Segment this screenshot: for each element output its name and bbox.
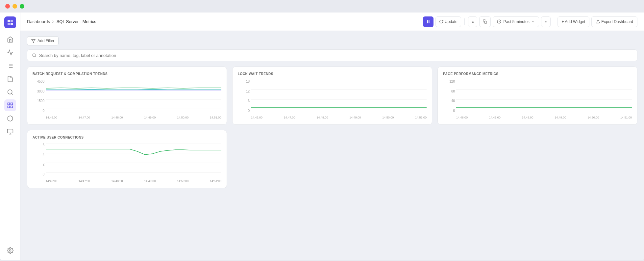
page-chart-card: PAGE PERFORMANCE METRICS 120 80 40 0 bbox=[437, 66, 637, 125]
breadcrumb-separator: > bbox=[52, 19, 55, 24]
close-button[interactable] bbox=[5, 4, 10, 9]
sidebar-item-document[interactable] bbox=[4, 73, 16, 85]
connections-x-axis: 14:46:00 14:47:00 14:48:00 14:49:00 14:5… bbox=[46, 179, 221, 183]
skip-forward-button[interactable]: » bbox=[541, 16, 551, 27]
add-filter-label: Add Filter bbox=[37, 39, 54, 43]
sidebar bbox=[0, 13, 20, 260]
breadcrumb: Dashboards > SQL Server - Metrics bbox=[27, 19, 420, 24]
lock-chart-card: LOCK WAIT TRENDS 18 12 6 0 bbox=[232, 66, 432, 125]
sidebar-item-home[interactable] bbox=[4, 34, 16, 45]
divider-2 bbox=[554, 18, 554, 25]
breadcrumb-current: SQL Server - Metrics bbox=[57, 19, 96, 24]
lock-chart-inner bbox=[251, 80, 427, 113]
page-chart-title: PAGE PERFORMANCE METRICS bbox=[443, 72, 632, 76]
update-button[interactable]: Update bbox=[435, 16, 461, 27]
batch-chart-title: BATCH REQUEST & COMPILATION TRENDS bbox=[33, 72, 221, 76]
add-widget-button[interactable]: + Add Widget bbox=[557, 16, 590, 27]
copy-button[interactable] bbox=[479, 16, 491, 27]
pause-button[interactable] bbox=[423, 16, 433, 27]
search-input[interactable] bbox=[39, 53, 632, 58]
time-label: Past 5 minutes bbox=[503, 19, 529, 24]
connections-chart-area: 6 4 2 0 bbox=[33, 143, 221, 183]
search-bar bbox=[27, 49, 637, 61]
page-chart-svg bbox=[456, 80, 632, 109]
charts-top-row: BATCH REQUEST & COMPILATION TRENDS 4500 … bbox=[27, 66, 637, 125]
svg-rect-20 bbox=[427, 20, 428, 23]
main-content: Dashboards > SQL Server - Metrics Update… bbox=[20, 13, 644, 260]
filter-bar: Add Filter bbox=[27, 36, 637, 45]
add-filter-button[interactable]: Add Filter bbox=[27, 36, 59, 45]
app-window: Dashboards > SQL Server - Metrics Update… bbox=[0, 0, 644, 261]
connections-chart-svg bbox=[46, 143, 221, 173]
topbar-actions: Update « Past 5 minutes » bbox=[423, 16, 637, 27]
svg-rect-16 bbox=[7, 129, 13, 133]
sidebar-item-monitor[interactable] bbox=[4, 126, 16, 138]
sidebar-item-list[interactable] bbox=[4, 60, 16, 72]
svg-rect-1 bbox=[11, 20, 13, 22]
batch-chart-svg bbox=[46, 80, 221, 109]
svg-point-10 bbox=[8, 90, 12, 94]
svg-rect-21 bbox=[429, 20, 429, 23]
connections-y-axis: 6 4 2 0 bbox=[33, 143, 44, 176]
connections-chart-title: ACTIVE USER CONNECTIONS bbox=[33, 136, 221, 139]
svg-point-26 bbox=[33, 54, 36, 57]
content-area: Add Filter BATCH REQUEST & COMPILATION T… bbox=[20, 31, 644, 260]
lock-chart-svg bbox=[251, 80, 427, 109]
lock-y-axis: 18 12 6 0 bbox=[238, 80, 250, 113]
svg-rect-22 bbox=[484, 21, 487, 23]
connections-chart-inner bbox=[46, 143, 221, 176]
charts-bottom-row: ACTIVE USER CONNECTIONS 6 4 2 0 bbox=[27, 130, 637, 188]
svg-marker-25 bbox=[32, 39, 35, 42]
app-body: Dashboards > SQL Server - Metrics Update… bbox=[0, 13, 644, 260]
update-label: Update bbox=[445, 19, 458, 24]
batch-chart-area: 4500 3000 1500 0 bbox=[33, 80, 221, 119]
connections-chart-card: ACTIVE USER CONNECTIONS 6 4 2 0 bbox=[27, 130, 227, 188]
topbar: Dashboards > SQL Server - Metrics Update… bbox=[20, 13, 644, 31]
svg-rect-15 bbox=[8, 106, 10, 108]
sidebar-item-analytics[interactable] bbox=[4, 47, 16, 59]
batch-x-axis: 14:46:00 14:47:00 14:48:00 14:49:00 14:5… bbox=[46, 116, 221, 119]
time-range-button[interactable]: Past 5 minutes bbox=[493, 16, 539, 27]
page-chart-inner bbox=[456, 80, 632, 113]
svg-rect-14 bbox=[11, 106, 12, 108]
batch-chart-inner bbox=[46, 80, 221, 113]
lock-chart-area: 18 12 6 0 bbox=[238, 80, 427, 119]
maximize-button[interactable] bbox=[20, 4, 24, 9]
sidebar-item-search[interactable] bbox=[4, 86, 16, 98]
search-icon bbox=[32, 53, 37, 58]
svg-line-27 bbox=[35, 56, 36, 57]
add-widget-label: + Add Widget bbox=[562, 19, 585, 24]
export-label: Export Dashboard bbox=[601, 19, 633, 24]
svg-rect-13 bbox=[11, 103, 12, 105]
titlebar bbox=[0, 0, 644, 13]
minimize-button[interactable] bbox=[12, 4, 17, 9]
svg-rect-0 bbox=[8, 20, 10, 22]
divider-1 bbox=[464, 18, 465, 25]
batch-y-axis: 4500 3000 1500 0 bbox=[33, 80, 44, 113]
sidebar-item-cube[interactable] bbox=[4, 113, 16, 124]
skip-back-button[interactable]: « bbox=[468, 16, 478, 27]
lock-x-axis: 14:46:00 14:47:00 14:48:00 14:49:00 14:5… bbox=[251, 116, 427, 119]
page-chart-area: 120 80 40 0 bbox=[443, 80, 632, 119]
sidebar-logo[interactable] bbox=[4, 16, 16, 28]
export-dashboard-button[interactable]: Export Dashboard bbox=[591, 16, 637, 27]
svg-rect-2 bbox=[8, 23, 10, 25]
batch-chart-card: BATCH REQUEST & COMPILATION TRENDS 4500 … bbox=[27, 66, 227, 125]
sidebar-item-settings[interactable] bbox=[4, 245, 16, 256]
svg-rect-12 bbox=[8, 103, 10, 105]
svg-point-19 bbox=[9, 250, 11, 251]
breadcrumb-root[interactable]: Dashboards bbox=[27, 19, 50, 24]
svg-rect-3 bbox=[11, 23, 13, 25]
page-x-axis: 14:46:00 14:47:00 14:48:00 14:49:00 14:5… bbox=[456, 116, 632, 119]
sidebar-item-dashboard[interactable] bbox=[4, 99, 16, 111]
svg-line-11 bbox=[11, 93, 12, 95]
lock-chart-title: LOCK WAIT TRENDS bbox=[238, 72, 427, 76]
page-y-axis: 120 80 40 0 bbox=[443, 80, 455, 113]
